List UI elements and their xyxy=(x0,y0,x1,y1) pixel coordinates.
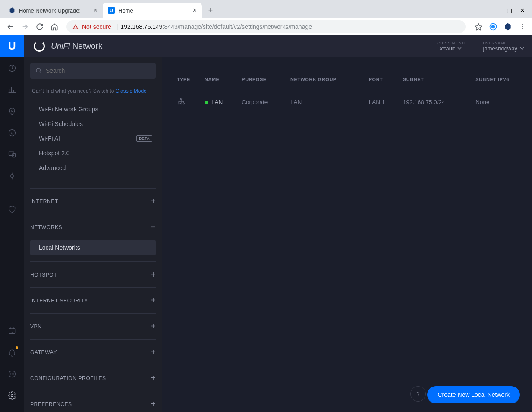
col-port[interactable]: PORT xyxy=(365,72,400,90)
alerts-icon[interactable] xyxy=(7,347,17,358)
section-networks[interactable]: NETWORKS− xyxy=(30,214,156,240)
security-status: Not secure xyxy=(82,23,111,30)
network-icon xyxy=(177,97,186,106)
section-hotspot[interactable]: HOTSPOT+ xyxy=(30,262,156,287)
cell-purpose: Corporate xyxy=(238,90,287,114)
app-header: U UniFi Network CURRENT SITE Default USE… xyxy=(0,35,532,57)
plus-icon: + xyxy=(151,373,156,383)
col-subnet-ipv6[interactable]: SUBNET IPV6 xyxy=(472,72,532,90)
minimize-icon[interactable]: — xyxy=(493,7,499,14)
plus-icon: + xyxy=(151,296,156,305)
events-icon[interactable] xyxy=(7,326,17,336)
insights-icon[interactable] xyxy=(7,171,17,181)
url-input[interactable]: Not secure | 192.168.75.149:8443/manage/… xyxy=(66,20,466,33)
plus-icon: + xyxy=(151,270,156,280)
svg-point-1 xyxy=(492,25,495,28)
extension-1password-icon[interactable] xyxy=(488,22,498,32)
chat-icon[interactable] xyxy=(7,369,17,379)
settings-sidebar: Can't find what you need? Switch to Clas… xyxy=(24,57,162,412)
section-internet[interactable]: INTERNET+ xyxy=(30,189,156,214)
new-tab-button[interactable]: + xyxy=(205,4,217,16)
extension-icon[interactable] xyxy=(503,22,513,32)
bookmark-icon[interactable] xyxy=(473,22,484,32)
settings-gear-icon[interactable] xyxy=(7,390,17,401)
current-site-selector[interactable]: CURRENT SITE Default xyxy=(437,41,468,52)
table-row[interactable]: LAN Corporate LAN LAN 1 192.168.75.0/24 … xyxy=(162,90,532,114)
url-host: 192.168.75.149 xyxy=(120,23,162,30)
statistics-icon[interactable] xyxy=(7,85,17,95)
cell-subnet6: None xyxy=(472,90,532,114)
classic-mode-link[interactable]: Classic Mode xyxy=(116,88,147,94)
help-button[interactable]: ? xyxy=(410,386,426,402)
section-gateway[interactable]: GATEWAY+ xyxy=(30,340,156,365)
svg-point-11 xyxy=(10,374,11,374)
svg-point-13 xyxy=(13,374,14,374)
browser-tab-2[interactable]: U Home × xyxy=(103,3,202,18)
svg-point-8 xyxy=(11,175,14,178)
url-path: :8443/manage/site/default/v2/settings/ne… xyxy=(163,23,312,30)
back-button[interactable] xyxy=(4,21,16,33)
unifi-logo-badge[interactable]: U xyxy=(0,35,24,57)
svg-point-4 xyxy=(9,130,16,136)
col-type[interactable]: TYPE xyxy=(162,72,201,90)
tab-favicon-icon: U xyxy=(108,7,115,14)
col-purpose[interactable]: PURPOSE xyxy=(238,72,287,90)
close-window-icon[interactable]: ✕ xyxy=(520,7,525,14)
sidebar-item-wifi-schedules[interactable]: Wi-Fi Schedules xyxy=(30,116,156,131)
cell-name: LAN xyxy=(201,90,238,114)
chevron-down-icon xyxy=(457,46,462,50)
classic-mode-hint: Can't find what you need? Switch to Clas… xyxy=(32,88,154,94)
home-button[interactable] xyxy=(48,21,60,33)
browser-tab-strip: Home Network Upgrade: × U Home × + — ▢ ✕ xyxy=(0,0,532,18)
section-configuration-profiles[interactable]: CONFIGURATION PROFILES+ xyxy=(30,365,156,391)
security-icon[interactable] xyxy=(7,204,17,214)
warning-icon xyxy=(72,24,79,30)
status-dot-icon xyxy=(205,101,208,104)
beta-badge: BETA xyxy=(136,135,152,142)
col-network-group[interactable]: NETWORK GROUP xyxy=(287,72,365,90)
clients-icon[interactable] xyxy=(7,149,17,160)
window-controls: — ▢ ✕ xyxy=(493,7,529,18)
nav-rail xyxy=(0,57,24,412)
svg-rect-6 xyxy=(9,152,14,155)
section-vpn[interactable]: VPN+ xyxy=(30,314,156,339)
loading-spinner-icon xyxy=(34,41,45,52)
sidebar-item-wifi-network-groups[interactable]: Wi-Fi Network Groups xyxy=(30,102,156,116)
devices-icon[interactable] xyxy=(7,128,17,138)
unifi-app: U UniFi Network CURRENT SITE Default USE… xyxy=(0,35,532,412)
col-name[interactable]: NAME xyxy=(201,72,238,90)
sidebar-item-hotspot-20[interactable]: Hotspot 2.0 xyxy=(30,146,156,160)
cell-group: LAN xyxy=(287,90,365,114)
tab-title: Home xyxy=(118,7,189,14)
browser-menu-icon[interactable]: ⋮ xyxy=(517,22,528,32)
svg-point-18 xyxy=(180,103,182,104)
svg-point-19 xyxy=(183,103,184,104)
create-network-button[interactable]: Create New Local Network xyxy=(427,386,520,403)
maximize-icon[interactable]: ▢ xyxy=(507,7,512,14)
dashboard-icon[interactable] xyxy=(7,63,17,73)
search-input[interactable] xyxy=(30,63,156,79)
brand-title: UniFi Network xyxy=(51,41,102,51)
svg-point-14 xyxy=(11,395,13,397)
tab-favicon-icon xyxy=(9,7,16,14)
map-icon[interactable] xyxy=(7,106,17,116)
svg-point-5 xyxy=(11,132,13,134)
section-internet-security[interactable]: INTERNET SECURITY+ xyxy=(30,288,156,313)
svg-point-17 xyxy=(178,103,179,104)
reload-button[interactable] xyxy=(34,21,46,33)
close-icon[interactable]: × xyxy=(193,6,197,14)
close-icon[interactable]: × xyxy=(94,6,98,14)
plus-icon: + xyxy=(151,347,156,357)
sidebar-item-local-networks[interactable]: Local Networks xyxy=(30,240,156,255)
svg-rect-9 xyxy=(9,328,15,334)
sidebar-item-wifi-ai[interactable]: Wi-Fi AI BETA xyxy=(30,131,156,146)
browser-tab-1[interactable]: Home Network Upgrade: × xyxy=(3,3,103,18)
plus-icon: + xyxy=(151,196,156,206)
main-content: TYPE NAME PURPOSE NETWORK GROUP PORT SUB… xyxy=(162,57,532,412)
section-preferences[interactable]: PREFERENCES+ xyxy=(30,391,156,412)
col-subnet[interactable]: SUBNET xyxy=(400,72,472,90)
svg-point-15 xyxy=(36,68,40,72)
username-selector[interactable]: USERNAME jamesridgway xyxy=(483,41,524,52)
networks-table: TYPE NAME PURPOSE NETWORK GROUP PORT SUB… xyxy=(162,72,532,114)
sidebar-item-advanced[interactable]: Advanced xyxy=(30,160,156,175)
